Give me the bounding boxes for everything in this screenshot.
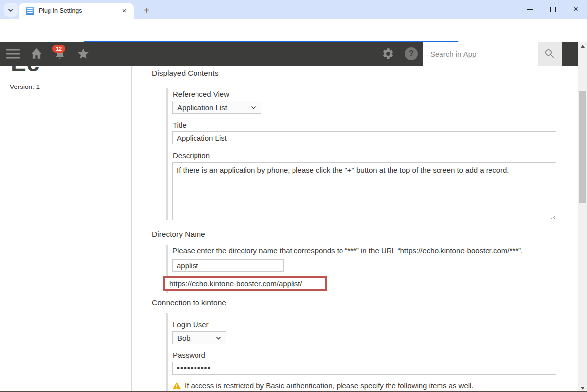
login-user-label: Login User bbox=[173, 320, 556, 329]
description-textarea[interactable]: If there is an application by phone, ple… bbox=[172, 162, 556, 220]
directory-helper-text: Please enter the directory name that cor… bbox=[172, 246, 562, 255]
app-menu-button[interactable] bbox=[5, 42, 21, 66]
triangle-up-icon bbox=[581, 45, 585, 48]
portal-home-button[interactable] bbox=[28, 42, 44, 66]
displayed-contents-group: Referenced View Application List Title D… bbox=[166, 88, 556, 220]
search-button[interactable] bbox=[538, 42, 562, 66]
password-label: Password bbox=[173, 351, 556, 359]
settings-form: Displayed Contents Referenced View Appli… bbox=[132, 66, 578, 392]
search-icon bbox=[544, 48, 556, 60]
description-label: Description bbox=[173, 151, 556, 160]
favorites-button[interactable] bbox=[75, 42, 91, 66]
section-heading-directory-name: Directory Name bbox=[152, 230, 205, 239]
browser-tabstrip: Plug-in Settings × + × bbox=[0, 0, 587, 19]
question-icon: ? bbox=[405, 47, 418, 60]
referenced-view-select[interactable]: Application List bbox=[172, 101, 261, 114]
chevron-down-icon bbox=[251, 106, 256, 109]
window-maximize-button[interactable] bbox=[541, 0, 564, 19]
connection-group: Login User Bob Password If access is res… bbox=[166, 313, 556, 392]
referenced-view-label: Referenced View bbox=[173, 90, 556, 98]
star-icon bbox=[77, 47, 90, 60]
tab-close-icon[interactable]: × bbox=[120, 6, 129, 15]
triangle-down-icon bbox=[581, 387, 585, 390]
tab-search-button[interactable] bbox=[4, 3, 18, 17]
browser-tab[interactable]: Plug-in Settings × bbox=[19, 3, 134, 19]
scrollbar-thumb[interactable] bbox=[579, 91, 586, 203]
search-input[interactable] bbox=[423, 42, 538, 66]
home-icon bbox=[30, 48, 43, 60]
scrollbar-up-arrow[interactable] bbox=[578, 42, 587, 50]
plugin-list-favicon-icon bbox=[26, 7, 34, 15]
result-url-text: https://echo.kintone-booster.com/applist… bbox=[169, 279, 302, 288]
title-label: Title bbox=[173, 121, 556, 129]
password-input[interactable] bbox=[172, 362, 556, 375]
section-heading-connection: Connection to kintone bbox=[152, 298, 226, 307]
settings-button[interactable] bbox=[380, 42, 396, 66]
maximize-icon bbox=[550, 7, 556, 12]
hamburger-icon bbox=[6, 49, 20, 59]
chevron-down-icon bbox=[216, 336, 221, 340]
help-button[interactable]: ? bbox=[403, 42, 419, 66]
gear-icon bbox=[382, 47, 394, 60]
warning-icon bbox=[172, 382, 181, 390]
notification-badge: 12 bbox=[52, 45, 65, 53]
login-user-select[interactable]: Bob bbox=[172, 331, 226, 344]
new-tab-button[interactable]: + bbox=[140, 3, 153, 17]
window-minimize-button[interactable] bbox=[519, 0, 541, 19]
plugin-name-clipped: Ec bbox=[11, 66, 131, 76]
plugin-settings-page: Ec Version: 1 Displayed Contents Referen… bbox=[0, 66, 578, 392]
minimize-icon bbox=[527, 9, 533, 9]
result-url-highlight: https://echo.kintone-booster.com/applist… bbox=[163, 276, 327, 291]
browser-toolbar: pandafirm.cybozu.com/k/admin/app/2522/pl… bbox=[0, 19, 587, 42]
window-controls: × bbox=[519, 0, 587, 19]
directory-input[interactable] bbox=[172, 259, 284, 272]
page-scrollbar[interactable] bbox=[578, 42, 587, 392]
plugin-sidebar: Ec Version: 1 bbox=[0, 66, 132, 392]
warning-text: If access is restricted by Basic authent… bbox=[185, 381, 474, 390]
plugin-version: Version: 1 bbox=[10, 83, 131, 90]
window-close-button[interactable]: × bbox=[564, 0, 587, 19]
title-input[interactable] bbox=[172, 131, 556, 144]
basic-auth-warning: If access is restricted by Basic authent… bbox=[172, 381, 556, 390]
tab-title: Plug-in Settings bbox=[39, 7, 120, 14]
chevron-down-icon bbox=[8, 5, 14, 14]
section-heading-displayed-contents: Displayed Contents bbox=[152, 69, 218, 78]
